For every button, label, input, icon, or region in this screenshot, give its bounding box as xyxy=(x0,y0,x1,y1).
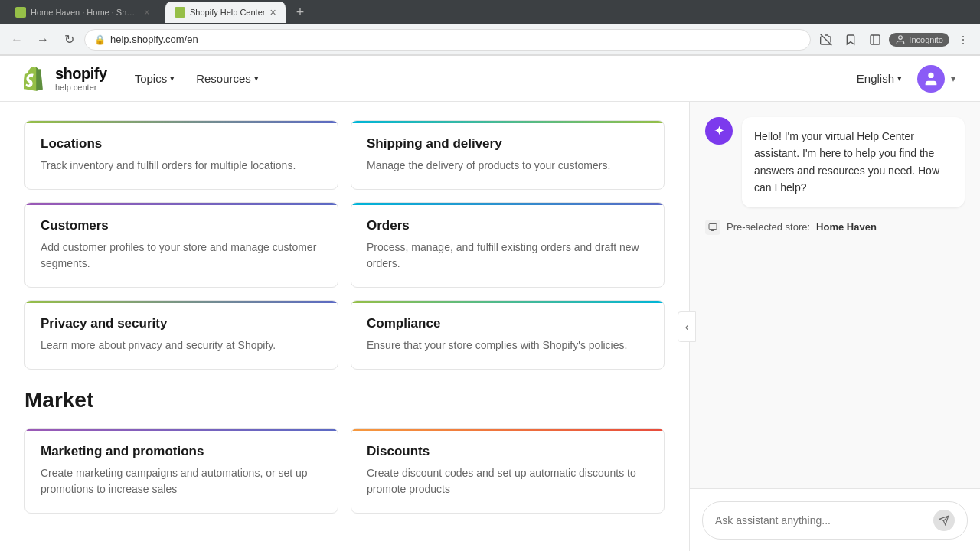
chat-message: Hello! I'm your virtual Help Center assi… xyxy=(742,117,965,207)
tab2-title: Shopify Help Center xyxy=(190,8,265,17)
card-marketing[interactable]: Marketing and promotions Create marketin… xyxy=(24,428,338,514)
resources-chevron: ▾ xyxy=(254,73,259,83)
tab1-favicon xyxy=(15,7,26,18)
tab2-close[interactable]: × xyxy=(270,6,276,18)
market-section: Market Marketing and promotions Create m… xyxy=(24,388,665,514)
menu-button[interactable]: ⋮ xyxy=(952,29,974,51)
card-orders[interactable]: Orders Process, manage, and fulfill exis… xyxy=(351,202,665,288)
address-bar[interactable]: 🔒 help.shopify.com/en xyxy=(84,29,811,51)
toolbar-actions: Incognito ⋮ xyxy=(815,29,974,51)
card-locations[interactable]: Locations Track inventory and fulfill or… xyxy=(24,120,338,190)
store-name: Home Haven xyxy=(816,221,877,233)
logo-shopify: shopify xyxy=(55,65,107,83)
svg-point-4 xyxy=(928,72,933,77)
svg-point-3 xyxy=(899,35,903,39)
sparkle-icon: ✦ xyxy=(714,122,725,139)
sidebar-button[interactable] xyxy=(864,29,886,51)
market-cards-grid: Marketing and promotions Create marketin… xyxy=(24,428,665,514)
avatar-chevron[interactable]: ▾ xyxy=(951,73,956,84)
chat-panel: ‹ ✦ Hello! I'm your virtual Help Center … xyxy=(689,102,980,551)
chat-messages: ✦ Hello! I'm your virtual Help Center as… xyxy=(690,102,980,488)
shopify-page: shopify help center Topics ▾ Resources ▾… xyxy=(0,56,980,551)
camera-off-icon[interactable] xyxy=(815,29,837,51)
language-button[interactable]: English ▾ xyxy=(848,67,911,90)
logo-subtext: help center xyxy=(55,83,107,92)
nav-topics[interactable]: Topics ▾ xyxy=(126,66,185,91)
bookmark-button[interactable] xyxy=(840,29,861,51)
chat-greeting-bubble: ✦ Hello! I'm your virtual Help Center as… xyxy=(705,117,965,207)
card-compliance[interactable]: Compliance Ensure that your store compli… xyxy=(351,300,665,370)
card-privacy[interactable]: Privacy and security Learn more about pr… xyxy=(24,300,338,370)
bottom-cards-grid: Privacy and security Learn more about pr… xyxy=(24,300,665,370)
svg-rect-1 xyxy=(871,35,880,44)
card-shipping[interactable]: Shipping and delivery Manage the deliver… xyxy=(351,120,665,190)
user-avatar[interactable] xyxy=(917,65,945,93)
new-tab-button[interactable]: + xyxy=(292,5,309,21)
store-info: Pre-selected store: Home Haven xyxy=(705,220,965,235)
svg-rect-5 xyxy=(709,223,717,229)
browser-toolbar: ← → ↻ 🔒 help.shopify.com/en Incognito ⋮ xyxy=(0,24,980,55)
content-area: Locations Track inventory and fulfill or… xyxy=(0,102,689,551)
browser-tab-2[interactable]: Shopify Help Center × xyxy=(165,2,286,23)
chat-collapse-button[interactable]: ‹ xyxy=(678,311,696,342)
browser-titlebar: Home Haven · Home · Shopify × Shopify He… xyxy=(0,0,980,24)
top-cards-grid: Locations Track inventory and fulfill or… xyxy=(24,120,665,190)
address-text: help.shopify.com/en xyxy=(110,34,801,45)
market-title: Market xyxy=(24,388,665,412)
topics-chevron: ▾ xyxy=(170,73,175,83)
lang-chevron: ▾ xyxy=(897,73,902,83)
tab1-title: Home Haven · Home · Shopify xyxy=(31,8,139,17)
store-icon xyxy=(705,220,720,235)
browser-tab-1[interactable]: Home Haven · Home · Shopify × xyxy=(6,2,159,23)
back-button[interactable]: ← xyxy=(6,29,28,51)
chat-avatar: ✦ xyxy=(705,117,733,145)
refresh-button[interactable]: ↻ xyxy=(58,29,80,51)
nav-links: Topics ▾ Resources ▾ xyxy=(126,66,829,91)
card-discounts[interactable]: Discounts Create discount codes and set … xyxy=(351,428,665,514)
card-customers[interactable]: Customers Add customer profiles to your … xyxy=(24,202,338,288)
tab2-favicon xyxy=(175,7,185,18)
chat-input-wrapper xyxy=(702,501,968,540)
svg-line-0 xyxy=(821,34,832,45)
tab1-close[interactable]: × xyxy=(144,6,150,18)
nav-right: English ▾ ▾ xyxy=(848,65,956,93)
incognito-badge: Incognito xyxy=(889,33,949,47)
forward-button[interactable]: → xyxy=(32,29,54,51)
nav-resources[interactable]: Resources ▾ xyxy=(187,66,268,91)
browser-chrome: Home Haven · Home · Shopify × Shopify He… xyxy=(0,0,980,56)
lock-icon: 🔒 xyxy=(94,34,106,45)
main-content: Locations Track inventory and fulfill or… xyxy=(0,102,980,551)
shopify-logo[interactable]: shopify help center xyxy=(24,65,107,92)
shopify-nav: shopify help center Topics ▾ Resources ▾… xyxy=(0,56,980,102)
chat-input[interactable] xyxy=(715,514,927,527)
mid-cards-grid: Customers Add customer profiles to your … xyxy=(24,202,665,288)
chat-send-button[interactable] xyxy=(933,510,955,531)
chat-input-area xyxy=(690,488,980,551)
